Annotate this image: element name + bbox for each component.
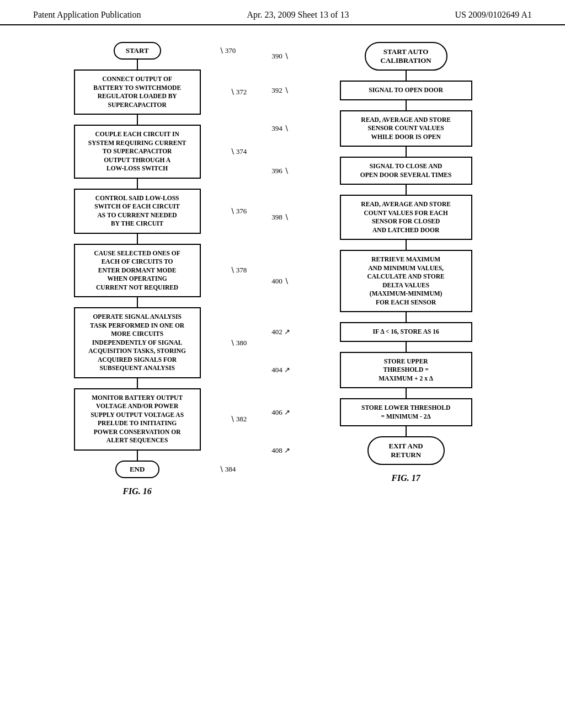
text-378: CAUSE SELECTED ONES OFEACH OF CIRCUITS T… — [94, 250, 180, 291]
main-content: START ∖ 370 CONNECT OUTPUT OFBATTERY TO … — [0, 42, 565, 496]
box-376: CONTROL SAID LOW-LOSSSWITCH OF EACH CIRC… — [74, 189, 201, 234]
ref-400: 400 ∖ — [271, 277, 289, 286]
step-392: 392 ∖ SIGNAL TO OPEN DOOR — [269, 81, 543, 110]
step-372: CONNECT OUTPUT OFBATTERY TO SWITCHMODERE… — [22, 69, 252, 125]
node-392: 392 ∖ SIGNAL TO OPEN DOOR — [269, 81, 543, 100]
arrow-r5 — [406, 240, 407, 250]
ref-406: 406 ↗ — [271, 408, 290, 417]
ref-390: 390 ∖ — [271, 52, 289, 61]
ref-372: ∖ 372 — [230, 88, 247, 97]
node-374: COUPLE EACH CIRCUIT INSYSTEM REQUIRING C… — [22, 125, 252, 179]
ref-404: 404 ↗ — [271, 366, 290, 374]
arrow-6 — [137, 378, 138, 388]
step-390: 390 ∖ START AUTOCALIBRATION — [269, 42, 543, 81]
step-402: 402 ↗ IF Δ < 16, STORE AS 16 — [269, 322, 543, 352]
ref-398: 398 ∖ — [271, 213, 289, 222]
box-380: OPERATE SIGNAL ANALYSISTASK PERFORMED IN… — [74, 307, 201, 378]
box-392: SIGNAL TO OPEN DOOR — [340, 81, 472, 100]
box-408: EXIT ANDRETURN — [367, 436, 445, 465]
box-372: CONNECT OUTPUT OFBATTERY TO SWITCHMODERE… — [74, 69, 201, 115]
text-382: MONITOR BATTERY OUTPUTVOLTAGE AND/OR POW… — [90, 394, 184, 444]
node-406: 406 ↗ STORE LOWER THRESHOLD= MINIMUM - 2… — [269, 398, 543, 426]
node-396: 396 ∖ SIGNAL TO CLOSE ANDOPEN DOOR SEVER… — [269, 157, 543, 185]
arrow-r2 — [406, 100, 407, 110]
ref-382: ∖ 382 — [230, 415, 247, 424]
ref-376: ∖ 376 — [230, 207, 247, 216]
node-390: 390 ∖ START AUTOCALIBRATION — [269, 42, 543, 71]
box-402: IF Δ < 16, STORE AS 16 — [340, 322, 472, 342]
box-378: CAUSE SELECTED ONES OFEACH OF CIRCUITS T… — [74, 244, 201, 298]
ref-374: ∖ 374 — [230, 147, 247, 156]
step-380: OPERATE SIGNAL ANALYSISTASK PERFORMED IN… — [22, 307, 252, 388]
ref-380: ∖ 380 — [230, 339, 247, 347]
box-374: COUPLE EACH CIRCUIT INSYSTEM REQUIRING C… — [74, 125, 201, 179]
text-402: IF Δ < 16, STORE AS 16 — [373, 328, 439, 335]
text-396: SIGNAL TO CLOSE ANDOPEN DOOR SEVERAL TIM… — [360, 163, 452, 178]
box-394: READ, AVERAGE AND STORESENSOR COUNT VALU… — [340, 110, 472, 147]
header-date-sheet: Apr. 23, 2009 Sheet 13 of 13 — [247, 10, 349, 20]
step-396: 396 ∖ SIGNAL TO CLOSE ANDOPEN DOOR SEVER… — [269, 157, 543, 195]
node-380: OPERATE SIGNAL ANALYSISTASK PERFORMED IN… — [22, 307, 252, 378]
box-396: SIGNAL TO CLOSE ANDOPEN DOOR SEVERAL TIM… — [340, 157, 472, 185]
text-380: OPERATE SIGNAL ANALYSISTASK PERFORMED IN… — [88, 313, 186, 371]
fig16-column: START ∖ 370 CONNECT OUTPUT OFBATTERY TO … — [22, 42, 252, 496]
ref-408: 408 ↗ — [271, 446, 290, 455]
header-patent-num: US 2009/0102649 A1 — [455, 10, 532, 20]
node-402: 402 ↗ IF Δ < 16, STORE AS 16 — [269, 322, 543, 342]
arrow-5 — [137, 297, 138, 307]
arrow-r7 — [406, 342, 407, 352]
box-398: READ, AVERAGE AND STORECOUNT VALUES FOR … — [340, 195, 472, 240]
step-404: 404 ↗ STORE UPPERTHRESHOLD =MAXIMUM + 2 … — [269, 352, 543, 399]
arrow-7 — [137, 451, 138, 461]
text-372: CONNECT OUTPUT OFBATTERY TO SWITCHMODERE… — [93, 76, 181, 108]
step-end: END ∖ 384 — [22, 461, 252, 478]
arrow-3 — [137, 179, 138, 189]
step-374: COUPLE EACH CIRCUIT INSYSTEM REQUIRING C… — [22, 125, 252, 189]
node-398: 398 ∖ READ, AVERAGE AND STORECOUNT VALUE… — [269, 195, 543, 240]
text-392: SIGNAL TO OPEN DOOR — [369, 87, 443, 93]
arrow-4 — [137, 234, 138, 244]
box-400: RETRIEVE MAXIMUMAND MINIMUM VALUES,CALCU… — [340, 250, 472, 312]
page-header: Patent Application Publication Apr. 23, … — [0, 0, 565, 25]
arrow-r3 — [406, 147, 407, 157]
ref-370: ∖ 370 — [219, 46, 236, 55]
fig17-label: FIG. 17 — [391, 473, 420, 483]
step-376: CONTROL SAID LOW-LOSSSWITCH OF EACH CIRC… — [22, 189, 252, 244]
fig17-column: 390 ∖ START AUTOCALIBRATION 392 ∖ SIGNAL… — [269, 42, 543, 496]
step-406: 406 ↗ STORE LOWER THRESHOLD= MINIMUM - 2… — [269, 398, 543, 436]
text-408: EXIT ANDRETURN — [388, 442, 423, 459]
end-node: END ∖ 384 — [22, 461, 252, 478]
step-start: START ∖ 370 — [22, 42, 252, 69]
ref-392: 392 ∖ — [271, 86, 289, 95]
start-oval: START — [114, 42, 161, 60]
node-372: CONNECT OUTPUT OFBATTERY TO SWITCHMODERE… — [22, 69, 252, 115]
node-400: 400 ∖ RETRIEVE MAXIMUMAND MINIMUM VALUES… — [269, 250, 543, 312]
step-400: 400 ∖ RETRIEVE MAXIMUMAND MINIMUM VALUES… — [269, 250, 543, 322]
text-374: COUPLE EACH CIRCUIT INSYSTEM REQUIRING C… — [88, 131, 186, 172]
ref-378: ∖ 378 — [230, 266, 247, 275]
arrow-1 — [137, 60, 138, 69]
node-378: CAUSE SELECTED ONES OFEACH OF CIRCUITS T… — [22, 244, 252, 298]
arrow-2 — [137, 115, 138, 125]
text-390: START AUTOCALIBRATION — [381, 47, 431, 65]
box-382: MONITOR BATTERY OUTPUTVOLTAGE AND/OR POW… — [74, 388, 201, 451]
text-398: READ, AVERAGE AND STORECOUNT VALUES FOR … — [361, 201, 451, 233]
text-406: STORE LOWER THRESHOLD= MINIMUM - 2Δ — [361, 404, 450, 420]
box-404: STORE UPPERTHRESHOLD =MAXIMUM + 2 x Δ — [340, 352, 472, 389]
ref-402: 402 ↗ — [271, 328, 290, 336]
header-publication: Patent Application Publication — [33, 10, 141, 20]
arrow-r4 — [406, 185, 407, 195]
text-404: STORE UPPERTHRESHOLD =MAXIMUM + 2 x Δ — [379, 358, 433, 382]
node-394: 394 ∖ READ, AVERAGE AND STORESENSOR COUN… — [269, 110, 543, 147]
arrow-r6 — [406, 312, 407, 322]
node-404: 404 ↗ STORE UPPERTHRESHOLD =MAXIMUM + 2 … — [269, 352, 543, 389]
start-node: START ∖ 370 — [22, 42, 252, 60]
ref-394: 394 ∖ — [271, 124, 289, 133]
arrow-r9 — [406, 426, 407, 436]
step-378: CAUSE SELECTED ONES OFEACH OF CIRCUITS T… — [22, 244, 252, 308]
box-390: START AUTOCALIBRATION — [365, 42, 447, 71]
ref-396: 396 ∖ — [271, 167, 289, 175]
node-382: MONITOR BATTERY OUTPUTVOLTAGE AND/OR POW… — [22, 388, 252, 451]
step-382: MONITOR BATTERY OUTPUTVOLTAGE AND/OR POW… — [22, 388, 252, 461]
node-408: 408 ↗ EXIT ANDRETURN — [269, 436, 543, 465]
